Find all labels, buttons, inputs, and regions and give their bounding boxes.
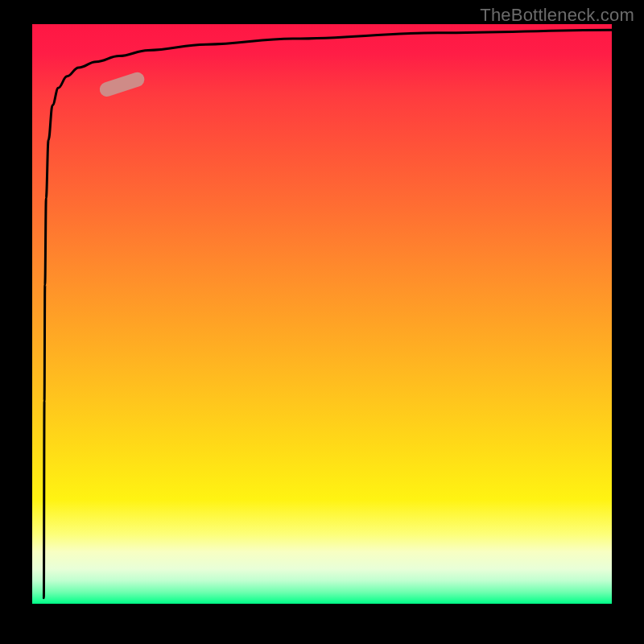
- chart-curve: [43, 30, 612, 598]
- curve-highlight-marker: [97, 70, 146, 98]
- chart-plot-area: [32, 24, 612, 604]
- chart-svg: [32, 24, 612, 604]
- watermark-text: TheBottleneck.com: [480, 5, 634, 26]
